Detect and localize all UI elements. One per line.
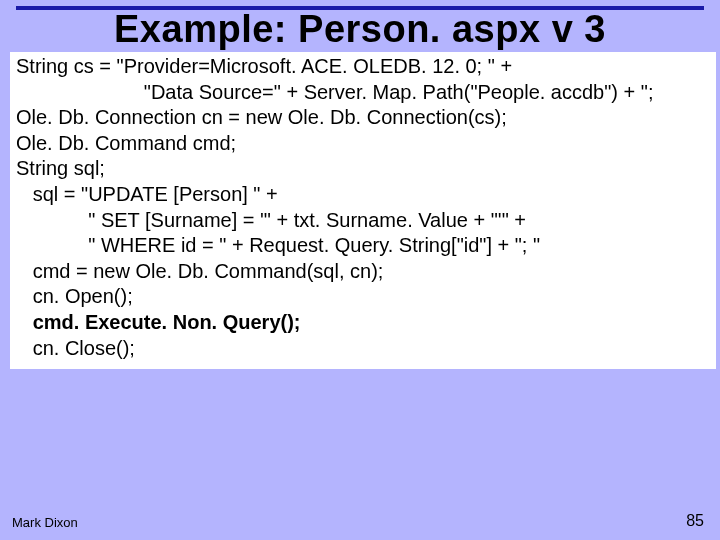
code-line: sql = "UPDATE [Person] " + [16,182,710,208]
code-line: " WHERE id = " + Request. Query. String[… [16,233,710,259]
code-line-emphasis: cmd. Execute. Non. Query(); [16,310,710,336]
code-line: cmd = new Ole. Db. Command(sql, cn); [16,259,710,285]
code-line: Ole. Db. Connection cn = new Ole. Db. Co… [16,105,710,131]
slide-title: Example: Person. aspx v 3 [0,8,720,51]
code-line: String sql; [16,156,710,182]
code-line: "Data Source=" + Server. Map. Path("Peop… [16,80,710,106]
code-line: String cs = "Provider=Microsoft. ACE. OL… [16,54,710,80]
code-line: " SET [Surname] = '" + txt. Surname. Val… [16,208,710,234]
code-line: Ole. Db. Command cmd; [16,131,710,157]
slide: Example: Person. aspx v 3 String cs = "P… [0,0,720,540]
footer-author: Mark Dixon [12,515,78,530]
footer-page-number: 85 [686,512,704,530]
code-line: cn. Close(); [16,336,710,362]
code-line: cn. Open(); [16,284,710,310]
code-box: String cs = "Provider=Microsoft. ACE. OL… [10,52,716,369]
